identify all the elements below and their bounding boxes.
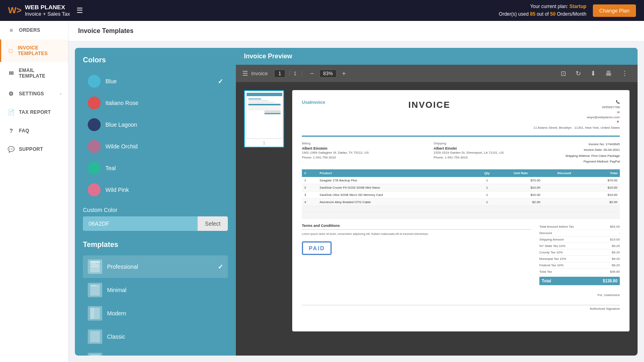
pdf-more-button[interactable]: ⋮	[618, 68, 631, 79]
invoice-shipping: Shipping Albert Einslei 1529-1519 Garden…	[433, 142, 565, 165]
wilde-orchid-swatch	[88, 140, 101, 153]
blue-lagoon-label: Blue Lagoon	[105, 121, 223, 128]
col-num: #	[302, 169, 317, 177]
preview-content: 1 UsaInvoice INVOICE 📞 9955667788	[236, 82, 638, 356]
italiano-rose-label: Italiano Rose	[105, 100, 223, 106]
professional-check: ✓	[218, 263, 223, 271]
blue-label: Blue	[105, 78, 213, 84]
terms-text: Lorem ipsum dolor sit amet, consectetur …	[302, 232, 531, 237]
paid-stamp: PAID	[302, 241, 332, 255]
sidebar-item-invoice-templates[interactable]: □ INVOICE TEMPLATES	[0, 39, 68, 62]
modern-label: Modern	[107, 310, 223, 317]
invoice-meta: Invoice No: 17443645 Invoice Date: 26-04…	[565, 142, 620, 165]
col-unit-rate: Unit Rate	[499, 169, 543, 177]
invoice-header: UsaInvoice INVOICE 📞 9955667788 ✉ ways@w…	[302, 100, 620, 131]
pdf-zoom-level: 83%	[320, 70, 336, 78]
total-before-tax-row: Total Amount before Tax $92.00	[539, 224, 620, 230]
wild-pink-swatch	[88, 183, 101, 196]
color-item-italiano-rose[interactable]: Italiano Rose	[83, 93, 228, 113]
sidebar-item-tax-report-label: TAX REPORT	[19, 109, 51, 115]
sidebar-item-settings[interactable]: ⚙ SETTINGS ›	[0, 84, 68, 103]
sidebar: ≡ ORDERS □ INVOICE TEMPLATES ✉ EMAIL TEM…	[0, 21, 68, 362]
table-row: 3 SanDisk Ultra 32GB Micro SD Memory Car…	[302, 191, 620, 199]
county-tax-row: County Tax 10% $9.20	[539, 249, 620, 256]
svg-rect-2	[91, 263, 96, 264]
federal-tax-row: Federal Tax 10% $9.20	[539, 262, 620, 269]
menu-icon[interactable]: ☰	[76, 6, 83, 15]
pdf-zoom-out-button[interactable]: −	[308, 69, 316, 78]
template-item-classic[interactable]: Classic	[83, 325, 228, 348]
sidebar-item-orders[interactable]: ≡ ORDERS	[0, 21, 68, 39]
col-qty: Qty	[475, 169, 499, 177]
logo-icon: W>	[8, 5, 22, 16]
invoice-shipping-method-row: Shipping Method: First Class Package	[565, 153, 620, 159]
shipping-name: Albert Einslei	[433, 146, 565, 150]
invoice-billing: Billing Albert Einstein 1901-1999 Gallag…	[302, 142, 433, 165]
pdf-separator: |	[301, 70, 303, 77]
sidebar-item-email-template-label: EMAIL TEMPLATE	[19, 68, 62, 79]
blue-lagoon-swatch	[88, 118, 101, 131]
custom-color-label: Custom Color	[83, 207, 228, 213]
color-item-teal[interactable]: Teal	[83, 158, 228, 179]
thumbnail-page-1[interactable]: 1	[244, 90, 284, 148]
template-item-professional[interactable]: Professional ✓	[83, 255, 228, 278]
page-title: Invoice Templates	[78, 27, 634, 35]
color-list: Blue ✓ Italiano Rose Blue Lagoon	[83, 71, 228, 200]
template-list: Professional ✓ Minimal	[83, 255, 228, 356]
pdf-menu-icon[interactable]: ☰	[242, 70, 248, 77]
ny-state-tax-row: NY State Tax 10% $9.20	[539, 243, 620, 249]
sidebar-item-tax-report[interactable]: 📄 TAX REPORT	[0, 103, 68, 121]
template-item-standard[interactable]: Standard	[83, 349, 228, 356]
change-plan-button[interactable]: Change Plan	[593, 4, 636, 17]
settings-arrow-icon: ›	[60, 92, 62, 96]
main-layout: ≡ ORDERS □ INVOICE TEMPLATES ✉ EMAIL TEM…	[0, 21, 644, 362]
sidebar-item-faq-label: FAQ	[19, 128, 29, 134]
templates-title: Templates	[83, 241, 228, 249]
empty-row	[302, 206, 620, 212]
color-item-blue[interactable]: Blue ✓	[83, 71, 228, 92]
invoice-company-name: UsaInvoice	[302, 100, 325, 105]
pdf-zoom-in-button[interactable]: +	[340, 69, 348, 78]
invoice-date-row: Invoice Date: 26-04-2021	[565, 147, 620, 153]
topbar-left: W> WEB PLANEX Invoice + Sales Tax ☰	[8, 4, 83, 17]
color-item-blue-lagoon[interactable]: Blue Lagoon	[83, 114, 228, 135]
blue-swatch	[88, 75, 101, 88]
template-item-modern[interactable]: Modern	[83, 302, 228, 325]
col-product: Product	[317, 169, 475, 177]
custom-color-input[interactable]	[83, 216, 198, 231]
pdf-print-button[interactable]: 🖶	[602, 68, 615, 79]
svg-rect-7	[91, 285, 96, 286]
classic-label: Classic	[107, 333, 223, 340]
invoice-table-header-row: # Product Qty Unit Rate Discount Total	[302, 169, 620, 177]
invoice-signature: For, UsaInvoice Authorized Signature	[302, 293, 620, 311]
orders-icon: ≡	[8, 27, 15, 34]
discount-row: Discount -	[539, 230, 620, 237]
select-color-button[interactable]: Select	[198, 216, 228, 231]
billing-address: 1901-1999 Gallagher St, Dallas, TX 75212…	[302, 150, 433, 160]
svg-rect-3	[91, 264, 99, 265]
billing-name: Albert Einstein	[302, 146, 433, 150]
invoice-terms: Terms and Conditions Lorem ipsum dolor s…	[302, 224, 531, 285]
settings-icon: ⚙	[8, 90, 15, 97]
color-item-wild-pink[interactable]: Wild Pink	[83, 179, 228, 200]
pdf-fit-page-button[interactable]: ⊡	[557, 68, 569, 79]
svg-rect-1	[90, 261, 100, 263]
plan-info: Your current plan: Startup Order(s) used…	[499, 3, 586, 18]
sidebar-item-orders-label: ORDERS	[19, 27, 40, 33]
template-item-minimal[interactable]: Minimal	[83, 279, 228, 301]
table-row: 4 Aluminum Alloy Braided OTG Cable 1 $2.…	[302, 199, 620, 206]
sidebar-item-email-template[interactable]: ✉ EMAIL TEMPLATE	[0, 62, 68, 84]
color-item-wilde-orchid[interactable]: Wilde Orchid	[83, 136, 228, 157]
svg-rect-11	[90, 331, 100, 342]
italiano-rose-swatch	[88, 97, 101, 109]
sidebar-item-faq[interactable]: ? FAQ	[0, 121, 68, 140]
invoice-contact: 📞 9955667788 ✉ ways@webplanex.com 📍 11 A…	[533, 100, 620, 131]
terms-divider	[302, 229, 531, 230]
pdf-rotate-button[interactable]: ↻	[572, 68, 584, 79]
pdf-page-input[interactable]	[274, 70, 285, 78]
invoice-document: UsaInvoice INVOICE 📞 9955667788 ✉ ways@w…	[292, 90, 630, 331]
terms-label: Terms and Conditions	[302, 224, 531, 228]
blue-check: ✓	[218, 78, 223, 85]
pdf-download-button[interactable]: ⬇	[587, 68, 599, 79]
sidebar-item-support[interactable]: 💬 SUPPORT	[0, 140, 68, 158]
